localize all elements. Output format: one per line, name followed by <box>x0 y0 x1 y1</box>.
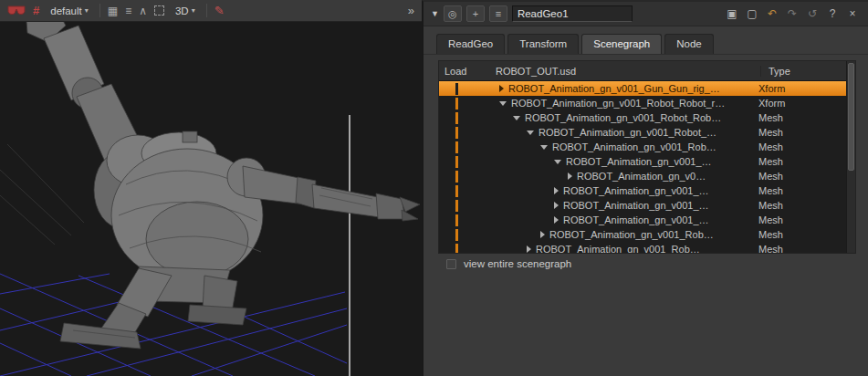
expand-arrow-icon[interactable] <box>554 202 559 209</box>
help-icon[interactable]: ? <box>824 6 841 22</box>
grid-display-icon[interactable]: ▦ <box>108 5 118 16</box>
scenegraph-row[interactable]: ROBOT_Animation_gn_v001_…Mesh <box>439 183 855 198</box>
node-type-label: Mesh <box>751 185 846 196</box>
scrollbar-thumb[interactable] <box>848 63 854 171</box>
load-indicator[interactable] <box>439 185 490 197</box>
center-in-viewer-icon[interactable]: ▣ <box>724 6 740 22</box>
collapse-arrow-icon[interactable] <box>540 145 548 150</box>
node-type-label: Mesh <box>751 244 846 253</box>
tab-transform[interactable]: Transform <box>507 34 579 54</box>
scenegraph-row[interactable]: ROBOT_Animation_gn_v001_Rob…Mesh <box>439 227 855 242</box>
scenegraph-row[interactable]: ROBOT_Animation_gn_v001_Rob…Mesh <box>439 140 855 154</box>
tab-readgeo[interactable]: ReadGeo <box>436 34 505 54</box>
header-actions: ▣ ▢ ↶ ↷ ↺ ? × <box>724 6 861 22</box>
scenegraph-row[interactable]: ROBOT_Animation_gn_v001_Robot_Robot_r…Xf… <box>439 96 855 110</box>
3d-viewport[interactable]: # default ▾ ▦ ≡ ∧ 3D ▾ ✎ » <box>0 0 422 376</box>
column-header-load[interactable]: Load <box>439 66 490 77</box>
scenegraph-node-label: ROBOT_Animation_gn_v001_… <box>563 214 709 225</box>
collapse-arrow-icon[interactable] <box>527 131 534 135</box>
center-in-graph-icon[interactable]: ▢ <box>744 6 760 22</box>
scenegraph-column-headers: Load ROBOT_OUT.usd Type <box>439 61 855 81</box>
curve-icon[interactable]: ∧ <box>139 5 147 16</box>
view-mode-label: 3D <box>175 5 189 16</box>
load-indicator[interactable] <box>439 127 490 139</box>
load-state-bar <box>455 112 458 124</box>
node-type-label: Mesh <box>751 214 846 225</box>
close-icon[interactable]: × <box>844 6 861 22</box>
expand-arrow-icon[interactable] <box>499 85 504 92</box>
roto-pencil-icon[interactable]: ✎ <box>214 4 225 17</box>
expand-arrow-icon[interactable] <box>540 231 545 238</box>
node-name-input[interactable] <box>512 5 633 22</box>
load-indicator[interactable] <box>439 229 490 241</box>
node-type-label: Mesh <box>751 141 846 152</box>
column-header-file[interactable]: ROBOT_OUT.usd <box>490 66 760 77</box>
expand-arrow-icon[interactable] <box>527 245 531 253</box>
vertical-scrollbar[interactable] <box>846 61 855 253</box>
node-type-label: Xform <box>751 83 846 94</box>
scenegraph-node-label: ROBOT_Animation_gn_v001_Rob… <box>549 229 714 240</box>
scenegraph-row[interactable]: ROBOT_Animation_gn_v001_Robot_Rob…Mesh <box>439 110 855 125</box>
expand-arrow-icon[interactable] <box>554 187 559 194</box>
load-state-bar <box>455 171 458 183</box>
marquee-select-icon[interactable] <box>154 5 164 16</box>
scenegraph-node-label: ROBOT_Animation_gn_v001_Rob… <box>552 141 716 152</box>
load-indicator[interactable] <box>439 83 490 95</box>
viewer-preset-dropdown[interactable]: default ▾ <box>47 4 92 18</box>
scenegraph-row[interactable]: ROBOT_Animation_gn_v001_Robot_…Mesh <box>439 125 855 140</box>
node-menu-icon[interactable]: ≡ <box>489 5 507 22</box>
load-indicator[interactable] <box>439 200 490 212</box>
scenegraph-row[interactable]: ROBOT_Animation_gn_v001_Rob…Mesh <box>439 242 855 253</box>
toolbar-divider <box>99 4 100 17</box>
expand-arrow-icon[interactable] <box>554 216 559 224</box>
node-type-label: Mesh <box>751 200 846 211</box>
load-indicator[interactable] <box>439 141 490 153</box>
chevron-down-icon: ▾ <box>192 6 195 15</box>
load-indicator[interactable] <box>439 156 490 168</box>
scenegraph-node-label: ROBOT_Animation_gn_v001_Robot_Rob… <box>525 112 721 123</box>
load-state-bar <box>455 229 458 241</box>
view-mode-dropdown[interactable]: 3D ▾ <box>172 4 199 18</box>
node-type-label: Mesh <box>751 112 846 123</box>
column-header-type[interactable]: Type <box>760 66 855 77</box>
tab-bar: ReadGeoTransformScenegraphNode <box>424 30 868 55</box>
expand-arrow-icon[interactable] <box>568 172 572 180</box>
scenegraph-row[interactable]: ROBOT_Animation_gn_v001_…Mesh <box>439 213 855 227</box>
scenegraph-row[interactable]: ROBOT_Animation_gn_v0…Mesh <box>439 169 855 183</box>
revert-icon[interactable]: ↺ <box>804 6 821 22</box>
collapse-arrow-icon[interactable] <box>554 160 561 164</box>
chevron-down-icon: ▾ <box>85 6 89 15</box>
undo-icon[interactable]: ↶ <box>764 6 780 22</box>
bars-icon[interactable]: ≡ <box>125 5 131 16</box>
stereo-3d-glasses-icon[interactable] <box>7 5 26 16</box>
scenegraph-table: Load ROBOT_OUT.usd Type ROBOT_Animation_… <box>438 60 856 254</box>
load-state-bar <box>455 156 458 168</box>
toolbar-overflow-icon[interactable]: » <box>408 4 414 17</box>
view-entire-scenegraph-checkbox[interactable] <box>446 259 456 269</box>
load-state-bar <box>455 141 458 153</box>
collapse-panel-icon[interactable]: ▼ <box>431 9 439 18</box>
collapse-arrow-icon[interactable] <box>499 101 507 106</box>
load-indicator[interactable] <box>439 171 490 183</box>
node-type-label: Xform <box>751 98 846 109</box>
node-color-icon[interactable]: ◎ <box>444 5 462 22</box>
scenegraph-row[interactable]: ROBOT_Animation_gn_v001_Gun_Gun_rig_…Xfo… <box>439 81 855 96</box>
node-type-label: Mesh <box>751 171 846 182</box>
scenegraph-node-label: ROBOT_Animation_gn_v001_Rob… <box>536 244 700 253</box>
scenegraph-footer: view entire scenegraph <box>446 258 571 269</box>
scenegraph-node-label: ROBOT_Animation_gn_v001_Robot_Robot_r… <box>511 98 725 109</box>
scenegraph-row[interactable]: ROBOT_Animation_gn_v001_…Mesh <box>439 198 855 213</box>
load-indicator[interactable] <box>439 244 490 254</box>
tab-scenegraph[interactable]: Scenegraph <box>581 34 662 54</box>
load-indicator[interactable] <box>439 98 490 110</box>
load-indicator[interactable] <box>439 112 490 124</box>
scenegraph-row[interactable]: ROBOT_Animation_gn_v001_…Mesh <box>439 154 855 169</box>
grid-hash-icon[interactable]: # <box>33 4 39 17</box>
add-channel-icon[interactable]: + <box>466 5 485 22</box>
viewport-canvas[interactable] <box>0 0 422 376</box>
scenegraph-node-label: ROBOT_Animation_gn_v001_… <box>566 156 712 167</box>
redo-icon[interactable]: ↷ <box>784 6 800 22</box>
tab-node[interactable]: Node <box>664 34 714 54</box>
load-indicator[interactable] <box>439 214 490 226</box>
collapse-arrow-icon[interactable] <box>513 116 520 120</box>
